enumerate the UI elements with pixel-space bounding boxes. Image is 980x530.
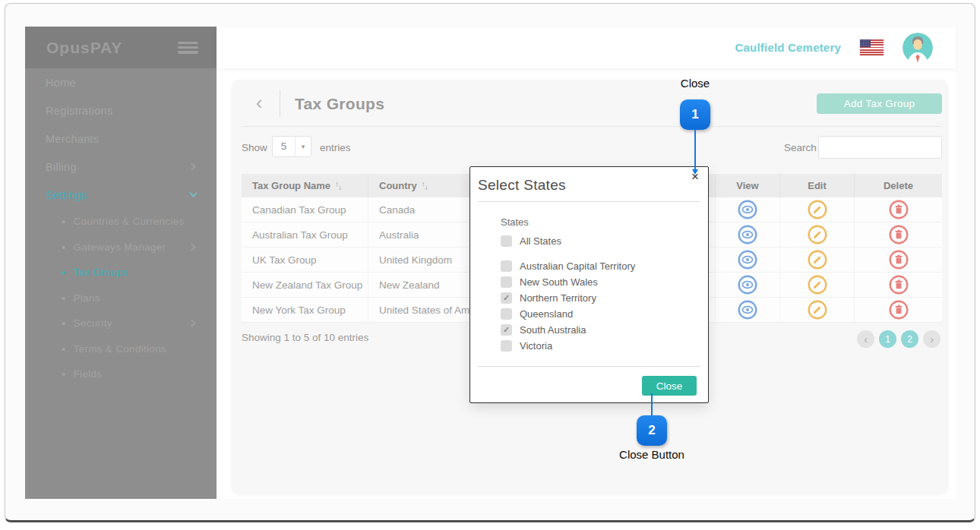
sidebar-header: OpusPAY (25, 27, 217, 68)
state-option-act[interactable]: ✓ Australian Capital Territory (501, 258, 708, 274)
tax-group-name-cell: New York Tax Group (242, 298, 368, 322)
column-header-edit: Edit (779, 174, 854, 197)
checkbox-icon[interactable]: ✓ (501, 260, 512, 272)
user-avatar[interactable] (903, 33, 933, 63)
state-option-queensland[interactable]: ✓ Queensland (501, 306, 708, 322)
edit-icon[interactable] (808, 300, 827, 320)
sort-icon: ↑↓ (335, 181, 341, 190)
bullet-icon: • (62, 241, 66, 254)
back-button[interactable]: ‹ (256, 90, 262, 115)
pagination-page-2[interactable]: 2 (901, 330, 918, 348)
bullet-icon: • (62, 215, 66, 228)
state-option-all-states[interactable]: ✓ All States (501, 233, 708, 249)
pagination-next-button[interactable]: › (923, 330, 940, 348)
sort-icon: ↑↓ (422, 181, 428, 190)
annotation-label-close: Close (669, 77, 722, 90)
title-divider (280, 90, 280, 117)
column-header-tax-group-name[interactable]: Tax Group Name ↑↓ (242, 174, 368, 197)
sidebar-subitem-plans[interactable]: • Plans (25, 286, 217, 311)
sidebar-item-settings[interactable]: Settings (25, 181, 217, 209)
view-icon[interactable] (738, 275, 757, 295)
app-logo: OpusPAY (46, 39, 122, 57)
search-label: Search (784, 142, 817, 153)
view-icon[interactable] (738, 250, 757, 270)
states-field-label: States (501, 216, 708, 228)
sidebar-subitem-security[interactable]: • Security (25, 311, 217, 336)
select-states-modal: Select States × States ✓ All States ✓ Au… (469, 166, 709, 403)
checkbox-icon[interactable]: ✓ (501, 235, 512, 247)
bullet-icon: • (62, 368, 66, 380)
state-option-northern-territory[interactable]: ✓ Northern Territory (501, 290, 708, 306)
state-option-victoria[interactable]: ✓ Victoria (501, 338, 708, 354)
state-option-nsw[interactable]: ✓ New South Wales (501, 274, 708, 290)
page-size-select[interactable]: 5 ▾ (272, 136, 311, 157)
annotation-arrow-line-2 (651, 393, 653, 415)
hamburger-menu-icon[interactable] (178, 42, 198, 54)
entries-summary: Showing 1 to 5 of 10 entries (242, 332, 368, 343)
sidebar-subitem-gateways-manager[interactable]: • Gateways Manager (25, 235, 217, 260)
edit-icon[interactable] (808, 225, 827, 244)
sidebar-subitem-fields[interactable]: • Fields (25, 361, 217, 387)
annotation-badge-1: 1 (680, 99, 710, 130)
sidebar-subitem-countries-currencies[interactable]: • Countries & Currencies (25, 209, 217, 235)
page-title: Tax Groups (295, 95, 384, 113)
add-tax-group-button[interactable]: Add Tax Group (817, 93, 942, 114)
sidebar-subitem-tax-groups[interactable]: • Tax Groups (25, 260, 217, 286)
sidebar-item-merchants[interactable]: Merchants (25, 125, 217, 153)
view-icon[interactable] (738, 300, 757, 320)
sidebar-item-registrations[interactable]: Registrations (25, 96, 217, 125)
pagination-page-1[interactable]: 1 (879, 330, 896, 348)
show-label: Show (242, 142, 267, 153)
checkbox-icon[interactable]: ✓ (501, 292, 512, 304)
header-divider (242, 126, 942, 127)
tax-group-name-cell: UK Tax Group (242, 248, 368, 272)
screen: OpusPAY Home Registrations Merchants Bil… (0, 0, 980, 530)
entries-label: entries (320, 142, 351, 153)
sidebar-subitem-terms-conditions[interactable]: • Terms & Conditions (25, 336, 217, 362)
delete-icon[interactable] (889, 250, 909, 270)
tax-group-name-cell: Canadian Tax Group (242, 197, 368, 222)
sidebar-item-home[interactable]: Home (25, 68, 217, 96)
column-header-delete: Delete (854, 174, 942, 197)
bullet-icon: • (62, 317, 66, 330)
view-icon[interactable] (738, 200, 757, 219)
checkbox-icon[interactable]: ✓ (501, 276, 512, 288)
checkbox-icon[interactable]: ✓ (501, 324, 512, 336)
sidebar-item-billing[interactable]: Billing (25, 153, 217, 181)
checkbox-icon[interactable]: ✓ (501, 340, 512, 352)
bullet-icon: • (62, 266, 66, 279)
states-options: ✓ All States ✓ Australian Capital Territ… (501, 233, 708, 354)
pagination-prev-button[interactable]: ‹ (857, 330, 874, 348)
annotation-arrow-line-1 (694, 130, 696, 170)
state-option-south-australia[interactable]: ✓ South Australia (501, 322, 708, 338)
sidebar: OpusPAY Home Registrations Merchants Bil… (25, 27, 217, 499)
sidebar-nav: Home Registrations Merchants Billing Set… (25, 68, 217, 387)
delete-icon[interactable] (889, 200, 909, 219)
annotation-badge-2: 2 (637, 415, 667, 446)
annotation-arrowhead-1 (692, 169, 698, 175)
search-input[interactable] (818, 136, 942, 159)
view-icon[interactable] (738, 225, 757, 244)
chevron-down-icon (189, 191, 198, 199)
modal-header: Select States × (478, 167, 700, 202)
modal-close-button[interactable]: Close (642, 376, 697, 396)
edit-icon[interactable] (808, 250, 827, 270)
delete-icon[interactable] (889, 300, 909, 320)
delete-icon[interactable] (889, 275, 909, 295)
modal-title: Select States (478, 177, 566, 193)
tax-group-name-cell: Australian Tax Group (242, 222, 368, 247)
chevron-right-icon (189, 243, 198, 251)
tax-group-name-cell: New Zealand Tax Group (242, 273, 368, 297)
bullet-icon: • (62, 292, 66, 304)
delete-icon[interactable] (889, 225, 909, 244)
avatar-image (903, 33, 933, 63)
topbar: Caulfield Cemetery (217, 27, 956, 68)
chevron-right-icon (189, 319, 198, 327)
edit-icon[interactable] (808, 200, 827, 219)
modal-body: States ✓ All States ✓ Australian Capital… (470, 202, 708, 354)
bullet-icon: • (62, 342, 66, 355)
checkbox-icon[interactable]: ✓ (501, 308, 512, 320)
us-flag-icon[interactable] (860, 39, 884, 55)
edit-icon[interactable] (808, 275, 827, 295)
merchant-name-link[interactable]: Caulfield Cemetery (735, 41, 841, 54)
